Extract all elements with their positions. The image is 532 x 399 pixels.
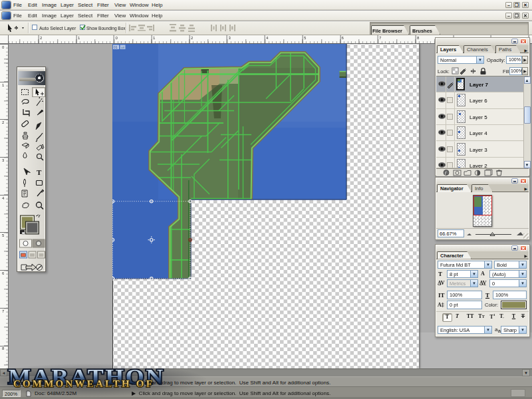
svg-text:01: 01 (114, 45, 118, 49)
svg-text:T: T (37, 168, 42, 176)
